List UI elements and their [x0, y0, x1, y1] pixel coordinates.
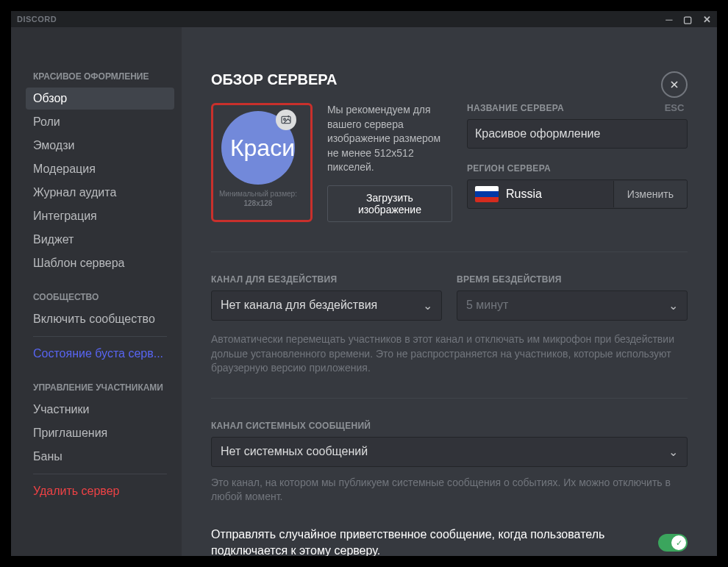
- min-size-label: Минимальный размер: 128x128: [219, 189, 297, 208]
- settings-sidebar: КРАСИВОЕ ОФОРМЛЕНИЕ Обзор Роли Эмодзи Мо…: [11, 27, 182, 556]
- sidebar-item-invites[interactable]: Приглашения: [26, 422, 174, 444]
- sidebar-item-integration[interactable]: Интеграция: [26, 205, 174, 227]
- server-avatar-block: Краси Минимальный размер: 128x128: [211, 103, 313, 222]
- welcome-toggle[interactable]: [658, 534, 688, 552]
- app-name: DISCORD: [17, 15, 57, 24]
- divider: [211, 252, 688, 252]
- app-window: DISCORD ─ ▢ ✕ КРАСИВОЕ ОФОРМЛЕНИЕ Обзор …: [11, 11, 717, 556]
- region-name: Russia: [506, 188, 613, 201]
- afk-timeout-label: ВРЕМЯ БЕЗДЕЙСТВИЯ: [457, 274, 688, 285]
- chevron-down-icon: ⌄: [668, 299, 678, 313]
- svg-point-1: [284, 118, 286, 121]
- sidebar-item-boost-status[interactable]: Состояние буста серв...: [26, 343, 174, 365]
- minimize-icon[interactable]: ─: [665, 15, 673, 24]
- close-icon: [661, 71, 688, 98]
- welcome-toggle-label: Отправлять случайное приветственное сооб…: [211, 527, 646, 556]
- region-change-button[interactable]: Изменить: [613, 181, 687, 207]
- system-channel-select[interactable]: Нет системных сообщений ⌄: [211, 437, 688, 467]
- maximize-icon[interactable]: ▢: [683, 15, 693, 24]
- page-title: ОБЗОР СЕРВЕРА: [211, 71, 688, 88]
- sidebar-item-bans[interactable]: Баны: [26, 446, 174, 468]
- titlebar: DISCORD ─ ▢ ✕: [11, 11, 717, 27]
- system-channel-label: КАНАЛ СИСТЕМНЫХ СООБЩЕНИЙ: [211, 421, 688, 431]
- afk-channel-label: КАНАЛ ДЛЯ БЕЗДЕЙСТВИЯ: [211, 274, 442, 285]
- sidebar-category-user-mgmt: УПРАВЛЕНИЕ УЧАСТНИКАМИ: [33, 382, 174, 393]
- sidebar-item-delete-server[interactable]: Удалить сервер: [26, 480, 174, 502]
- upload-image-icon[interactable]: [276, 110, 296, 130]
- sidebar-item-members[interactable]: Участники: [26, 399, 174, 421]
- chevron-down-icon: ⌄: [423, 299, 432, 313]
- system-help-text: Это канал, на котором мы публикуем систе…: [211, 476, 688, 504]
- server-name-label: НАЗВАНИЕ СЕРВЕРА: [467, 103, 688, 113]
- divider: [33, 474, 167, 474]
- divider: [33, 336, 167, 337]
- chevron-down-icon: ⌄: [668, 445, 678, 459]
- divider: [211, 398, 688, 399]
- sidebar-category-server: КРАСИВОЕ ОФОРМЛЕНИЕ: [33, 71, 174, 82]
- sidebar-item-moderation[interactable]: Модерация: [26, 158, 174, 180]
- sidebar-item-overview[interactable]: Обзор: [26, 88, 174, 110]
- sidebar-item-enable-community[interactable]: Включить сообщество: [26, 308, 174, 330]
- settings-main: ОБЗОР СЕРВЕРА Краси: [182, 27, 717, 556]
- sidebar-item-audit-log[interactable]: Журнал аудита: [26, 182, 174, 204]
- esc-label: ESC: [665, 102, 685, 113]
- sidebar-item-roles[interactable]: Роли: [26, 111, 174, 133]
- server-name-input[interactable]: [467, 119, 688, 149]
- welcome-message-row: Отправлять случайное приветственное сооб…: [211, 527, 688, 556]
- afk-help-text: Автоматически перемещать участников в эт…: [211, 332, 688, 376]
- server-region-row: Russia Изменить: [467, 179, 688, 209]
- server-avatar-text: Краси: [230, 135, 295, 162]
- afk-channel-select[interactable]: Нет канала для бездействия ⌄: [211, 290, 442, 321]
- russia-flag-icon: [475, 186, 499, 202]
- close-icon[interactable]: ✕: [703, 15, 712, 24]
- close-settings-button[interactable]: ESC: [661, 71, 688, 113]
- sidebar-item-emoji[interactable]: Эмодзи: [26, 135, 174, 157]
- sidebar-item-widget[interactable]: Виджет: [26, 229, 174, 251]
- upload-hint: Мы рекомендуем для вашего сервера изобра…: [327, 103, 452, 175]
- server-region-label: РЕГИОН СЕРВЕРА: [467, 163, 688, 174]
- afk-timeout-select[interactable]: 5 минут ⌄: [457, 290, 688, 321]
- sidebar-category-community: СООБЩЕСТВО: [33, 292, 174, 302]
- sidebar-item-template[interactable]: Шаблон сервера: [26, 252, 174, 274]
- upload-image-button[interactable]: Загрузить изображение: [327, 185, 452, 222]
